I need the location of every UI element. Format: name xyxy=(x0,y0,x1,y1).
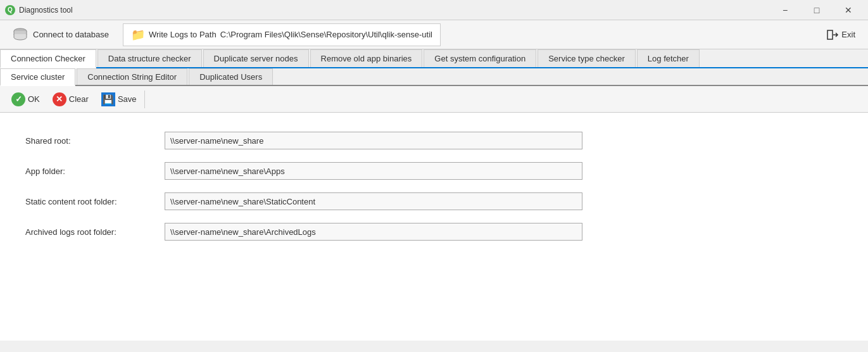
tab-remove-old-app-binaries[interactable]: Remove old app binaries xyxy=(310,49,423,67)
action-bar: ✓ OK ✕ Clear 💾 Save xyxy=(0,86,868,113)
action-divider xyxy=(144,91,145,108)
form-row-app-folder: App folder: xyxy=(25,162,843,180)
close-button[interactable]: ✕ xyxy=(834,1,863,20)
connect-to-database-button[interactable]: Connect to database xyxy=(5,23,115,46)
database-icon xyxy=(11,26,29,44)
sub-tab-duplicated-users[interactable]: Duplicated Users xyxy=(189,68,273,85)
save-icon: 💾 xyxy=(101,92,115,106)
ok-icon: ✓ xyxy=(11,92,25,106)
form-row-archived-logs: Archived logs root folder: xyxy=(25,223,843,241)
svg-rect-1 xyxy=(827,30,833,39)
exit-button[interactable]: Exit xyxy=(819,26,863,44)
content-area: Shared root: App folder: Static content … xyxy=(0,113,868,341)
write-logs-path: C:\Program Files\Qlik\Sense\Repository\U… xyxy=(220,30,432,39)
sub-tab-service-cluster[interactable]: Service cluster xyxy=(0,68,75,86)
ok-button[interactable]: ✓ OK xyxy=(5,89,46,110)
tab-duplicate-server-nodes[interactable]: Duplicate server nodes xyxy=(203,49,309,67)
clear-label: Clear xyxy=(69,94,89,104)
archived-logs-label: Archived logs root folder: xyxy=(25,227,165,237)
main-tabs: Connection Checker Data structure checke… xyxy=(0,49,868,68)
exit-label: Exit xyxy=(841,30,855,39)
app-folder-label: App folder: xyxy=(25,167,165,176)
tab-get-system-configuration[interactable]: Get system configuration xyxy=(424,49,536,67)
ok-label: OK xyxy=(28,94,40,104)
toolbar: Connect to database 📁 Write Logs to Path… xyxy=(0,20,868,49)
title-bar: Q Diagnostics tool − □ ✕ xyxy=(0,0,868,20)
connect-label: Connect to database xyxy=(33,30,109,39)
clear-icon: ✕ xyxy=(53,92,66,106)
form-row-shared-root: Shared root: xyxy=(25,132,843,149)
title-bar-left: Q Diagnostics tool xyxy=(5,5,73,15)
maximize-button[interactable]: □ xyxy=(802,1,831,20)
sub-tab-connection-string-editor[interactable]: Connection String Editor xyxy=(77,68,187,85)
shared-root-label: Shared root: xyxy=(25,136,165,146)
archived-logs-input[interactable] xyxy=(165,223,582,241)
write-logs-label: Write Logs to Path xyxy=(149,30,217,39)
folder-icon: 📁 xyxy=(131,28,145,42)
write-logs-section: 📁 Write Logs to Path C:\Program Files\Ql… xyxy=(123,23,441,46)
static-content-label: Static content root folder: xyxy=(25,197,165,206)
tab-connection-checker[interactable]: Connection Checker xyxy=(0,49,96,68)
tab-log-fetcher[interactable]: Log fetcher xyxy=(637,49,700,67)
save-label: Save xyxy=(118,94,137,104)
minimize-button[interactable]: − xyxy=(771,1,800,20)
title-bar-controls: − □ ✕ xyxy=(771,1,863,20)
tab-data-structure-checker[interactable]: Data structure checker xyxy=(97,49,202,67)
sub-tabs: Service cluster Connection String Editor… xyxy=(0,68,868,86)
app-icon: Q xyxy=(5,5,15,15)
exit-icon xyxy=(826,28,839,41)
form-row-static-content: Static content root folder: xyxy=(25,192,843,210)
tab-service-type-checker[interactable]: Service type checker xyxy=(538,49,636,67)
clear-button[interactable]: ✕ Clear xyxy=(46,89,95,110)
title-bar-title: Diagnostics tool xyxy=(19,6,73,15)
static-content-input[interactable] xyxy=(165,192,582,210)
shared-root-input[interactable] xyxy=(165,132,582,149)
save-button[interactable]: 💾 Save xyxy=(95,89,143,110)
app-folder-input[interactable] xyxy=(165,162,582,180)
